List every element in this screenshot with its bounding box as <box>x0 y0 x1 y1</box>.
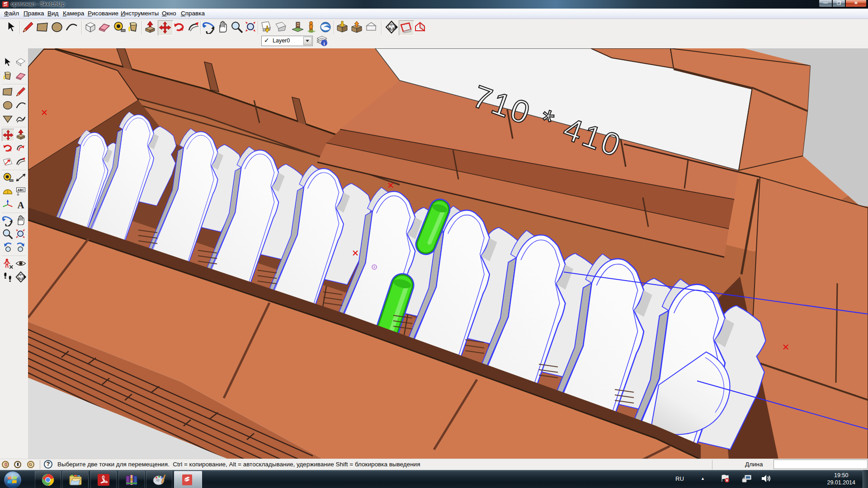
svg-text:R-5: R-5 <box>19 277 23 280</box>
svg-text:ABC: ABC <box>18 188 24 192</box>
svg-text:C: C <box>390 23 392 27</box>
svg-text:i: i <box>323 41 325 46</box>
svg-text:C: C <box>20 274 22 277</box>
svg-text:A: A <box>17 200 24 210</box>
svg-text:R-5: R-5 <box>389 27 394 30</box>
